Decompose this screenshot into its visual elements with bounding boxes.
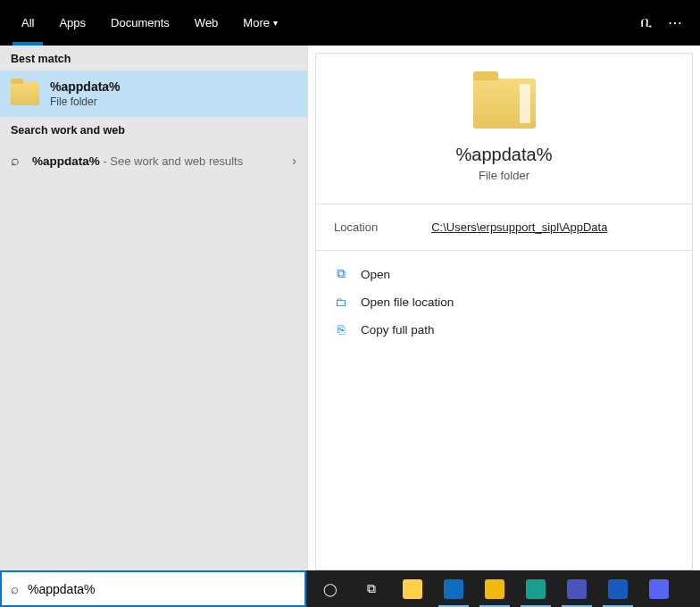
preview-panel: %appdata% File folder Location C:\Users\…: [307, 46, 700, 570]
best-match-title: %appdata%: [50, 79, 121, 94]
taskbar-cortana[interactable]: ◯: [312, 570, 349, 607]
tab-apps[interactable]: Apps: [46, 0, 98, 46]
taskbar-teams[interactable]: [558, 570, 596, 607]
folder-icon-large: [473, 79, 536, 129]
taskbar-task-view[interactable]: ⧉: [353, 570, 390, 607]
best-match-subtitle: File folder: [50, 96, 121, 108]
folder-icon: [11, 82, 39, 105]
open-icon: ⧉: [334, 267, 348, 281]
taskbar: ◯⧉: [306, 570, 700, 607]
filter-tabs: All Apps Documents Web More▾: [9, 0, 290, 46]
results-panel: Best match %appdata% File folder Search …: [0, 46, 307, 570]
location-label: Location: [334, 220, 378, 234]
folder-open-icon: 🗀: [334, 295, 348, 309]
preview-subtitle: File folder: [479, 169, 529, 182]
chevron-right-icon: ›: [292, 154, 296, 168]
action-open[interactable]: ⧉Open: [330, 260, 678, 288]
action-open-location[interactable]: 🗀Open file location: [330, 288, 678, 316]
search-icon: ⌕: [11, 153, 20, 169]
search-input[interactable]: [28, 582, 296, 596]
feedback-icon[interactable]: ቢ: [641, 14, 652, 31]
more-options-icon[interactable]: ⋯: [668, 14, 682, 31]
web-term: %appdata%: [32, 154, 100, 168]
tab-all[interactable]: All: [9, 0, 46, 46]
best-match-result[interactable]: %appdata% File folder: [0, 71, 307, 117]
taskbar-outlook[interactable]: [435, 570, 472, 607]
web-result[interactable]: ⌕ %appdata% - See work and web results ›: [0, 142, 307, 179]
tab-documents[interactable]: Documents: [98, 0, 182, 46]
search-web-heading: Search work and web: [0, 117, 307, 142]
preview-title: %appdata%: [456, 145, 553, 165]
taskbar-edge[interactable]: [517, 570, 554, 607]
search-header: All Apps Documents Web More▾ ቢ ⋯: [0, 0, 700, 46]
web-suffix: - See work and web results: [100, 154, 243, 168]
copy-icon: ⎘: [334, 323, 348, 337]
location-link[interactable]: C:\Users\erpsupport_sipl\AppData: [431, 220, 607, 234]
taskbar-file-explorer[interactable]: [394, 570, 431, 607]
action-copy-path[interactable]: ⎘Copy full path: [330, 316, 678, 344]
search-icon: ⌕: [11, 581, 19, 596]
tab-more[interactable]: More▾: [230, 0, 290, 46]
taskbar-discord[interactable]: [640, 570, 678, 607]
best-match-heading: Best match: [0, 46, 307, 71]
taskbar-chrome[interactable]: [476, 570, 513, 607]
taskbar-word[interactable]: [599, 570, 637, 607]
chevron-down-icon: ▾: [273, 18, 278, 28]
tab-web[interactable]: Web: [182, 0, 231, 46]
search-box[interactable]: ⌕: [0, 570, 306, 607]
